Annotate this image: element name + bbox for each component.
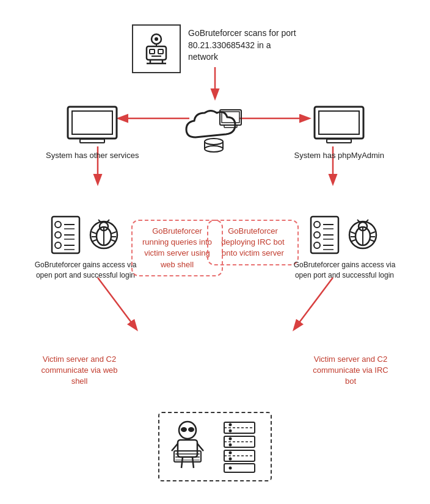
row5 <box>12 412 418 481</box>
svg-line-75 <box>370 240 375 242</box>
svg-line-53 <box>111 240 116 242</box>
right-server-group: GoBruteforcer gains access via open port… <box>283 214 406 281</box>
svg-rect-20 <box>80 139 104 143</box>
svg-point-97 <box>229 443 232 446</box>
svg-rect-10 <box>150 49 155 54</box>
hacker-server-icon <box>218 419 261 474</box>
svg-point-58 <box>314 242 320 248</box>
right-server-label: GoBruteforcer gains access via open port… <box>290 260 399 281</box>
left-c2-label: Victim server and C2 communicate via web… <box>37 354 122 387</box>
svg-point-35 <box>55 232 61 238</box>
svg-line-72 <box>351 240 355 242</box>
svg-point-103 <box>229 466 232 469</box>
svg-line-50 <box>92 240 97 242</box>
main-diagram: GoBruteforcer scans for port 80.21.33068… <box>0 0 430 504</box>
svg-rect-32 <box>327 139 351 143</box>
scanner-icon <box>138 31 175 67</box>
svg-point-24 <box>205 146 223 152</box>
svg-point-21 <box>205 139 223 145</box>
svg-point-78 <box>181 427 187 432</box>
row4: Victim server and C2 communicate via web… <box>37 354 393 387</box>
svg-line-51 <box>111 232 116 234</box>
right-computer-group: System has phpMyAdmin <box>294 104 384 161</box>
left-computer-group: System has other services <box>46 104 139 161</box>
svg-line-73 <box>370 232 375 234</box>
svg-line-48 <box>92 232 97 234</box>
svg-line-82 <box>172 444 178 451</box>
left-server-label: GoBruteforcer gains access via open port… <box>31 260 140 281</box>
row2: System has other services <box>12 104 418 177</box>
svg-point-36 <box>55 242 61 248</box>
svg-rect-18 <box>72 111 112 134</box>
row3: GoBruteforcer gains access via open port… <box>12 214 418 336</box>
scanner-box <box>132 24 181 73</box>
svg-point-101 <box>229 457 232 460</box>
cloud-icon <box>183 104 244 153</box>
right-server-icon <box>308 214 341 256</box>
svg-point-100 <box>229 451 232 454</box>
left-server-icons <box>49 214 122 256</box>
svg-rect-30 <box>319 111 359 134</box>
cloud-group <box>183 104 244 153</box>
svg-rect-81 <box>178 440 197 457</box>
svg-point-92 <box>229 423 232 426</box>
svg-point-56 <box>314 221 320 228</box>
svg-rect-11 <box>158 49 163 54</box>
left-server-group: GoBruteforcer gains access via open port… <box>24 214 147 281</box>
right-computer-icon <box>312 104 366 146</box>
left-bug-icon <box>86 217 122 253</box>
svg-line-70 <box>351 232 355 234</box>
right-c2-label: Victim server and C2 communicate via IRC… <box>308 354 393 387</box>
left-server-icon <box>49 214 82 256</box>
hacker-person-icon <box>169 419 215 474</box>
right-server-icons <box>308 214 381 256</box>
svg-line-83 <box>197 444 203 451</box>
svg-point-34 <box>55 221 61 228</box>
svg-point-79 <box>188 427 194 432</box>
svg-point-8 <box>155 37 158 41</box>
hacker-box <box>158 412 272 481</box>
svg-point-93 <box>229 429 232 432</box>
svg-point-57 <box>314 232 320 238</box>
scanner-description: GoBruteforcer scans for port 80.21.33068… <box>188 24 298 63</box>
right-computer-label: System has phpMyAdmin <box>294 150 384 161</box>
left-computer-label: System has other services <box>46 150 139 161</box>
left-computer-icon <box>65 104 120 146</box>
svg-point-96 <box>229 437 232 440</box>
scanner-row: GoBruteforcer scans for port 80.21.33068… <box>12 18 418 73</box>
right-bug-icon <box>344 217 381 253</box>
